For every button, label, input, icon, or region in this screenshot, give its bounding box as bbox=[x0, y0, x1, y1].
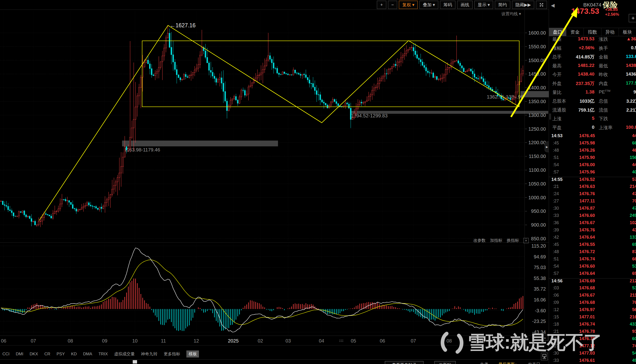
x-axis-tick: 09 bbox=[102, 338, 107, 344]
zoom-out-button[interactable]: − bbox=[388, 1, 397, 9]
indicator-axis-tick: 94.69 bbox=[534, 254, 546, 260]
quote-label: 最低 bbox=[599, 63, 608, 69]
last-update-sort[interactable]: 最后更新↓ bbox=[498, 362, 517, 364]
quote-label: 平盘 bbox=[552, 125, 561, 131]
panel-tab-1[interactable]: 盘口 bbox=[549, 28, 566, 36]
tick-volume: 461 bbox=[607, 148, 636, 153]
tick-time: 14:55 bbox=[551, 177, 562, 182]
tick-row: :031476.68532 bbox=[549, 286, 636, 293]
tick-time: :45 bbox=[553, 140, 559, 146]
tick-row: 14:531476.45446 bbox=[549, 133, 636, 140]
indicator-tab-8[interactable]: TRIX bbox=[98, 352, 108, 356]
tick-time: :21 bbox=[553, 184, 559, 189]
tick-row: :571475.96400 bbox=[549, 170, 636, 177]
drawn-trendline[interactable] bbox=[39, 25, 519, 220]
panel-collapse-button[interactable]: ▶ bbox=[545, 142, 549, 152]
hide-button[interactable]: 隐藏▶▶ bbox=[512, 1, 534, 9]
watermark-text: 雪球:就是死不了 bbox=[468, 330, 602, 355]
indicator-tab-2[interactable]: DMI bbox=[16, 352, 23, 356]
tick-price: 1476.52 bbox=[563, 177, 595, 182]
back-arrow-icon[interactable]: ◀ bbox=[551, 2, 554, 8]
quote-label: 内盘 bbox=[599, 80, 608, 87]
tick-volume: 490 bbox=[607, 358, 636, 363]
tick-row: :481476.72872 bbox=[549, 249, 636, 256]
indicator-tab-4[interactable]: CR bbox=[44, 352, 50, 356]
quote-value: 3.22万 bbox=[607, 98, 636, 104]
tick-row: :421476.641330 bbox=[549, 235, 636, 242]
quote-value: 0.55 bbox=[607, 45, 636, 50]
indicator-tab-11[interactable]: 更多指标 bbox=[164, 351, 180, 357]
change-params-link[interactable]: 改参数 bbox=[473, 238, 486, 243]
splitter-grip[interactable] bbox=[549, 114, 551, 120]
tick-time: :39 bbox=[553, 228, 559, 232]
more-posts-button[interactable]: 查看更多帖子 bbox=[385, 361, 424, 364]
panel-tab-5[interactable]: 板块 bbox=[619, 28, 636, 36]
tick-volume: 660 bbox=[607, 140, 636, 146]
new-post-button[interactable]: 发新帖 bbox=[434, 361, 456, 364]
tick-volume: 432 bbox=[607, 228, 636, 232]
add-indicator-link[interactable]: 加指标 bbox=[490, 238, 502, 243]
tick-price: 1476.69 bbox=[563, 278, 595, 284]
tick-volume: 4338 bbox=[607, 322, 636, 327]
indicator-tab-1[interactable]: CCI bbox=[3, 352, 10, 356]
draw-line-button[interactable]: 画线 bbox=[457, 1, 473, 9]
switch-indicator-link[interactable]: 换指标 bbox=[507, 238, 519, 243]
tick-row: :211476.632141 bbox=[549, 184, 636, 191]
tick-price: 1476.61 bbox=[563, 358, 595, 363]
quote-row: 今开1438.40昨收1436.6 bbox=[549, 72, 636, 80]
close-indicator-icon[interactable]: × bbox=[523, 238, 529, 243]
quote-value: 759.1亿 bbox=[563, 107, 594, 113]
candlestick-chart[interactable]: 0607080910111220250203040506070809101600… bbox=[0, 0, 636, 364]
watermark: 雪球:就是死不了 bbox=[440, 330, 602, 355]
quote-label: 今开 bbox=[552, 72, 561, 78]
change-value: +36.85 bbox=[605, 7, 619, 12]
panel-tab-3[interactable]: 指数 bbox=[584, 28, 601, 36]
indicator-tab-10[interactable]: 神奇九转 bbox=[141, 351, 157, 357]
tick-time: :51 bbox=[553, 256, 559, 262]
indicator-tab-6[interactable]: KD bbox=[71, 352, 77, 356]
add-watchlist-button[interactable]: + bbox=[629, 14, 636, 22]
tick-volume: 446 bbox=[607, 133, 636, 138]
ma-setting-dropdown[interactable]: 设置均线 ▾ bbox=[501, 11, 521, 17]
adjust-mode-button[interactable]: 复权 ▾ bbox=[399, 1, 418, 9]
tick-volume: 548 bbox=[607, 351, 636, 356]
tick-volume: 1569 bbox=[607, 155, 636, 160]
tick-volume: 2118 bbox=[607, 293, 636, 298]
quote-label: 金额 bbox=[599, 54, 608, 60]
display-button[interactable]: 显示 ▾ bbox=[474, 1, 493, 9]
tick-volume: 569 bbox=[607, 307, 636, 312]
quote-value: 9.0 bbox=[607, 89, 636, 95]
overlay-button[interactable]: 叠加 ▾ bbox=[419, 1, 438, 9]
x-axis-tick: 06 bbox=[1, 338, 6, 344]
panel-tab-4[interactable]: 异动 bbox=[601, 28, 619, 36]
tick-time: :33 bbox=[553, 358, 559, 363]
tick-price: 1476.26 bbox=[563, 148, 595, 153]
indicator-tab-12[interactable]: 模板 bbox=[186, 350, 199, 358]
tick-price: 1476.63 bbox=[563, 184, 595, 189]
indicator-tab-5[interactable]: PSY bbox=[57, 352, 65, 356]
tick-price: 1476.74 bbox=[563, 322, 595, 327]
tick-volume: 937 bbox=[607, 329, 636, 334]
scrollbar-thumb[interactable] bbox=[133, 360, 137, 364]
simple-mode-button[interactable]: 简约 bbox=[495, 1, 510, 9]
drawn-rectangle[interactable] bbox=[142, 41, 519, 107]
tick-row: :451476.55696 bbox=[549, 242, 636, 249]
quote-row: 上涨5下跌 bbox=[549, 116, 636, 125]
indicator-tab-3[interactable]: DKX bbox=[30, 352, 38, 356]
tick-price: 1476.67 bbox=[563, 220, 595, 225]
gap-band bbox=[122, 140, 278, 146]
tick-price: 1476.76 bbox=[563, 191, 595, 196]
price-axis-tick: 1050.00 bbox=[528, 181, 546, 186]
indicator-tab-7[interactable]: DMA bbox=[83, 352, 92, 356]
indicator-tab-9[interactable]: 虚拟成交量 bbox=[114, 351, 135, 357]
panel-tab-2[interactable]: 资金 bbox=[566, 28, 584, 36]
tick-row: :511475.901569 bbox=[549, 155, 636, 162]
tick-volume: 442 bbox=[607, 162, 636, 168]
price-axis-tick: 1200.00 bbox=[528, 140, 546, 145]
peak-price-label: ←1627.16 bbox=[170, 22, 196, 28]
fullscreen-button[interactable] bbox=[536, 1, 547, 9]
tick-price: 1476.55 bbox=[563, 242, 595, 247]
quote-row: 涨幅+2.56%换手0.55 bbox=[549, 45, 636, 54]
chips-button[interactable]: 筹码 bbox=[440, 1, 455, 9]
zoom-in-button[interactable]: + bbox=[377, 1, 386, 9]
